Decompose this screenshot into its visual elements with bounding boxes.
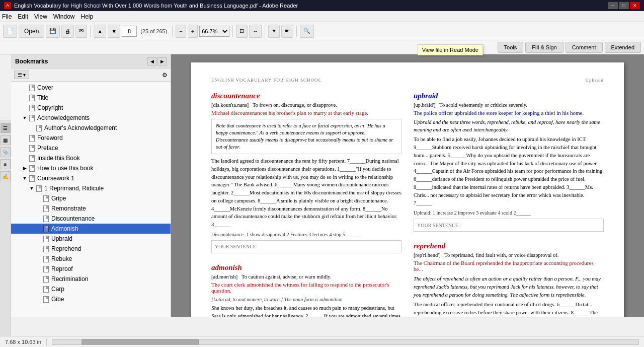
list-icon: ☰ <box>18 72 22 78</box>
page-icon <box>43 236 49 242</box>
attachments-icon[interactable]: 📎 <box>1 147 11 157</box>
page-dimensions: 7.68 x 10.63 in <box>5 339 41 345</box>
find-button[interactable]: 🔍 <box>300 25 314 38</box>
menu-view[interactable]: View <box>34 13 47 20</box>
page-icon <box>43 296 49 303</box>
zoom-in-button[interactable]: + <box>188 25 198 38</box>
fit-width-button[interactable]: ↔ <box>249 25 262 38</box>
bookmark-item-discountenance[interactable]: Discountenance <box>11 214 171 224</box>
bookmark-item-inside-book[interactable]: Inside this Book <box>11 153 171 163</box>
bookmarks-icon[interactable]: ☰ <box>1 123 11 133</box>
bookmark-item-upbraid[interactable]: Upbraid <box>11 234 171 244</box>
read-mode-tooltip: View file in Read Mode <box>418 44 483 55</box>
print-icon[interactable]: 🖨 <box>61 25 74 38</box>
page-icon <box>29 145 35 152</box>
bookmarks-header: Bookmarks ◀ ▶ <box>11 54 171 68</box>
bookmark-item-title[interactable]: Title <box>11 93 171 103</box>
bookmark-item-reproof[interactable]: Reproof <box>11 264 171 274</box>
hand-tool-icon[interactable]: ☛ <box>281 25 293 38</box>
email-icon[interactable]: ✉ <box>75 25 87 38</box>
expand-icon <box>35 225 42 232</box>
fit-page-button[interactable]: ⊡ <box>236 25 248 38</box>
next-page-button[interactable]: ▼ <box>108 25 120 38</box>
expand-icon <box>21 104 28 111</box>
bookmark-item-gibe[interactable]: Gibe <box>11 294 171 304</box>
expand-icon[interactable] <box>21 175 28 182</box>
bookmark-item-recrimination[interactable]: Recrimination <box>11 274 171 284</box>
page-number-input[interactable] <box>122 26 137 37</box>
expand-icon[interactable] <box>28 185 35 192</box>
bookmark-item-acknowledgements[interactable]: Acknowledgements <box>11 113 171 123</box>
bookmark-item-reprehend[interactable]: Reprehend <box>11 244 171 254</box>
select-tool-icon[interactable]: ✦ <box>268 25 280 38</box>
bookmark-item-cover[interactable]: Cover <box>11 83 171 93</box>
bookmark-item-foreword[interactable]: Foreword <box>11 133 171 143</box>
bookmark-item-coursework1[interactable]: Coursework 1 <box>11 173 171 183</box>
title-bar: A English Vocabulary for High School Wit… <box>0 0 644 11</box>
page-icon <box>29 155 35 162</box>
expand-icon <box>21 145 28 152</box>
bookmark-item-carp[interactable]: Carp <box>11 284 171 294</box>
expand-icon <box>35 286 42 293</box>
bookmark-item-how-to-use[interactable]: How to use this book <box>11 163 171 173</box>
comment-tab[interactable]: Comment <box>566 42 603 53</box>
toolbar: 📄 Open 💾 🖨 ✉ ▲ ▼ (25 of 265) − + 66.7% 1… <box>0 22 644 40</box>
menu-file[interactable]: File <box>2 13 12 20</box>
expand-icon <box>35 265 42 272</box>
collapse-all-button[interactable]: ▶ <box>157 57 167 65</box>
maximize-button[interactable]: □ <box>619 2 629 9</box>
bookmark-item-gripe[interactable]: Gripe <box>11 193 171 203</box>
expand-icon <box>28 124 35 131</box>
layers-icon[interactable]: ≡ <box>1 159 11 169</box>
sort-button[interactable]: ☰ ▾ <box>14 71 29 79</box>
page-icon <box>29 165 35 172</box>
options-icon[interactable]: ⚙ <box>162 72 168 79</box>
expand-icon <box>35 205 42 212</box>
signatures-icon[interactable]: ✍ <box>1 171 11 181</box>
sort-dropdown-icon: ▾ <box>23 72 26 78</box>
page-icon <box>43 286 49 293</box>
horizontal-scrollbar[interactable] <box>52 339 639 345</box>
main-area: ☰ ▦ 📎 ≡ ✍ Bookmarks ◀ ▶ ☰ ▾ ⚙ Cover <box>0 54 644 317</box>
close-button[interactable]: ✕ <box>630 2 640 9</box>
expand-icon <box>21 94 28 101</box>
zoom-out-button[interactable]: − <box>176 25 186 38</box>
bookmark-item-preface[interactable]: Preface <box>11 143 171 153</box>
extended-tab[interactable]: Extended <box>605 42 641 53</box>
page-icon <box>36 125 42 131</box>
word-title-upbraid: upbraid <box>414 92 604 100</box>
new-file-icon[interactable]: 📄 <box>3 25 17 38</box>
save-icon[interactable]: 💾 <box>46 25 60 38</box>
separator2 <box>172 26 173 37</box>
expand-icon[interactable] <box>21 114 28 121</box>
menu-help[interactable]: Help <box>81 13 94 20</box>
body-discountenance: The landlord agreed to discountenance th… <box>211 157 401 229</box>
fill-sign-tab[interactable]: Fill & Sign <box>525 42 564 53</box>
expand-icon <box>35 255 42 262</box>
bookmark-item-copyright[interactable]: Copyright <box>11 103 171 113</box>
pages-icon[interactable]: ▦ <box>1 135 11 145</box>
pdf-viewer[interactable]: ENGLISH VOCABULARY FOR HIGH SCHOOL Upbra… <box>171 54 644 317</box>
bookmark-item-admonish[interactable]: Admonish <box>11 224 171 234</box>
side-icons-panel: ☰ ▦ 📎 ≡ ✍ <box>0 120 11 347</box>
bookmark-item-reprimand[interactable]: 1 Reprimand, Ridicule <box>11 183 171 193</box>
bookmark-item-authors-ack[interactable]: Author's Acknowledgement <box>11 123 171 133</box>
pronunciation-admonish: [ad.mon'ish] To caution against, advise,… <box>211 274 401 280</box>
bookmark-item-rebuke[interactable]: Rebuke <box>11 254 171 264</box>
tools-tab[interactable]: Tools <box>498 42 524 53</box>
open-button[interactable]: Open <box>19 25 44 38</box>
separator4 <box>265 26 265 37</box>
bookmark-item-remonstrate[interactable]: Remonstrate <box>11 203 171 214</box>
body1-upbraid: Upbraid and the next three words, repreh… <box>414 119 604 133</box>
prev-page-button[interactable]: ▲ <box>94 25 106 38</box>
pronunciation-upbraid: [up.bräid'] To scold vehemently or criti… <box>414 102 604 108</box>
word-entry-reprehend: reprehend [rep'ri.hend'] To reprimand, f… <box>414 242 604 317</box>
menu-edit[interactable]: Edit <box>18 13 28 20</box>
menu-window[interactable]: Window <box>53 13 75 20</box>
expand-all-button[interactable]: ◀ <box>147 57 156 65</box>
zoom-select[interactable]: 66.7% 100% 75% 50% <box>199 26 229 37</box>
minimize-button[interactable]: ─ <box>608 2 618 9</box>
scroll-thumb[interactable] <box>82 339 199 344</box>
expand-icon[interactable] <box>21 165 28 172</box>
expand-icon <box>35 215 42 222</box>
